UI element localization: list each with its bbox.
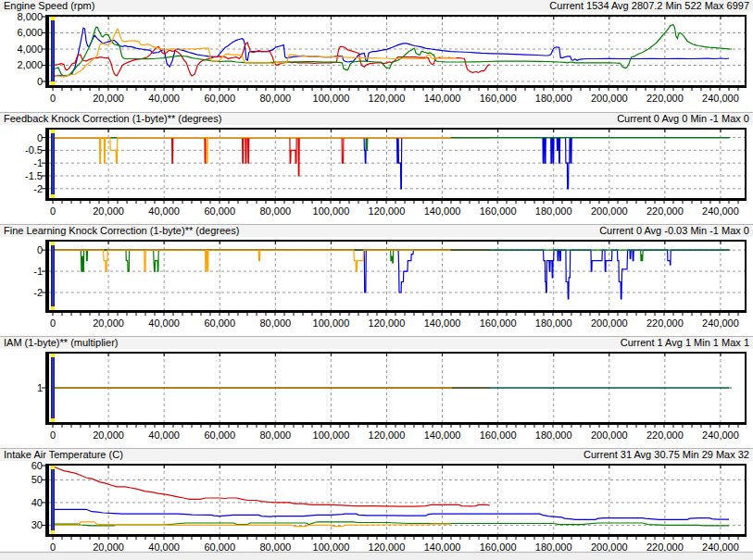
x-tick-label: 40,000 (148, 205, 180, 217)
x-tick-label: 160,000 (480, 93, 517, 104)
feedback-knock-plot[interactable]: 0-0.5-1-1.5-2020,00040,00060,00080,00010… (0, 125, 753, 225)
engine-speed-plot[interactable]: 8,0006,0004,0002,0000020,00040,00060,000… (0, 12, 753, 112)
y-tick-label: -1 (33, 157, 43, 168)
y-axis-line (45, 240, 49, 313)
log-graph-viewer: { "colors": { "blue": "#0000dd", "red": … (0, 0, 753, 560)
x-tick-label: 20,000 (93, 317, 124, 329)
x-tick-label: 220,000 (646, 429, 684, 441)
x-tick-label: 80,000 (259, 317, 291, 329)
chart-title: Fine Learning Knock Correction (1-byte)*… (4, 225, 239, 237)
x-tick-label: 40,000 (148, 317, 180, 329)
chart-panel-feedback-knock: Feedback Knock Correction (1-byte)** (de… (0, 112, 753, 224)
plot-border-top (45, 240, 747, 242)
plot-border-bottom (45, 422, 747, 425)
x-tick-label: 180,000 (535, 429, 572, 441)
x-tick-label: 0 (50, 205, 56, 217)
plot-border-bottom (45, 534, 747, 537)
x-tick-label: 200,000 (591, 205, 628, 217)
chart-title: Feedback Knock Correction (1-byte)** (de… (4, 113, 221, 125)
plot-border-top (45, 128, 747, 130)
x-tick-label: 40,000 (148, 429, 180, 441)
x-tick-label: 240,000 (702, 317, 739, 329)
x-tick-label: 140,000 (424, 429, 461, 441)
y-tick-label: 4,000 (17, 44, 43, 55)
x-tick-label: 120,000 (369, 429, 406, 441)
series-line-blue (53, 28, 729, 76)
plot-border-right (745, 352, 747, 425)
chart-title: Intake Air Temperature (C) (4, 449, 123, 461)
y-tick-label: 2,000 (17, 59, 43, 70)
x-tick-label: 220,000 (646, 317, 684, 329)
x-tick-label: 200,000 (591, 317, 628, 329)
x-tick-label: 0 (50, 429, 56, 441)
plot-border-right (745, 464, 747, 537)
plot-border-top (45, 464, 747, 466)
fine-learning-knock-plot[interactable]: 0-1-2020,00040,00060,00080,000100,000120… (0, 237, 753, 337)
cursor-marker[interactable] (51, 130, 55, 198)
x-tick-label: 0 (50, 317, 56, 329)
x-tick-label: 200,000 (591, 93, 628, 104)
iam-plot[interactable]: 1020,00040,00060,00080,000100,000120,000… (0, 349, 753, 449)
chart-title: IAM (1-byte)** (multiplier) (4, 337, 118, 349)
chart-title-bar: IAM (1-byte)** (multiplier) Current 1 Av… (0, 337, 753, 349)
cursor-marker[interactable] (51, 242, 55, 310)
y-tick-label: -2 (33, 287, 43, 298)
x-tick-label: 220,000 (646, 205, 684, 217)
cursor-marker[interactable] (51, 354, 55, 422)
y-tick-label: 50 (31, 474, 43, 485)
x-tick-label: 180,000 (535, 317, 572, 329)
chart-panel-intake-air-temp: Intake Air Temperature (C) Current 31 Av… (0, 448, 753, 560)
x-tick-label: 20,000 (93, 205, 124, 217)
plot-border-top (45, 352, 747, 354)
chart-title-bar: Feedback Knock Correction (1-byte)** (de… (0, 113, 753, 125)
y-axis-line (45, 464, 49, 537)
x-tick-label: 160,000 (480, 429, 517, 441)
y-tick-label: 40 (31, 497, 43, 508)
cursor-marker[interactable] (51, 466, 55, 534)
x-tick-label: 60,000 (204, 429, 235, 441)
y-tick-label: 6,000 (17, 27, 43, 38)
x-tick-label: 160,000 (480, 317, 517, 329)
x-tick-label: 120,000 (369, 317, 406, 329)
series-line-green (53, 250, 731, 271)
chart-title-bar: Fine Learning Knock Correction (1-byte)*… (0, 225, 753, 237)
series-line-green (53, 138, 731, 151)
x-tick-label: 180,000 (535, 205, 572, 217)
y-axis-line (45, 352, 49, 425)
x-tick-label: 240,000 (702, 93, 739, 104)
x-tick-label: 140,000 (424, 93, 461, 104)
series-line-red (53, 138, 490, 176)
x-tick-label: 80,000 (259, 205, 291, 217)
chart-title-bar: Engine Speed (rpm) Current 1534 Avg 2807… (0, 0, 753, 12)
chart-panel-fine-learning-knock: Fine Learning Knock Correction (1-byte)*… (0, 224, 753, 336)
x-tick-label: 180,000 (535, 93, 572, 104)
x-tick-label: 20,000 (93, 429, 124, 441)
cursor-marker[interactable] (51, 17, 55, 85)
chart-stats: Current 0 Avg 0 Min -1 Max 0 (617, 113, 749, 125)
chart-panel-engine-speed: Engine Speed (rpm) Current 1534 Avg 2807… (0, 0, 753, 112)
series-line-orange (53, 29, 457, 77)
chart-title-bar: Intake Air Temperature (C) Current 31 Av… (0, 449, 753, 461)
y-axis-line (45, 128, 49, 201)
chart-stats: Current 0 Avg -0.03 Min -1 Max 0 (599, 225, 749, 237)
x-tick-label: 100,000 (313, 93, 350, 104)
y-tick-label: -1.5 (25, 170, 43, 181)
plot-border-right (745, 15, 747, 88)
y-axis-line (45, 15, 49, 88)
y-tick-label: 30 (31, 519, 43, 530)
x-tick-label: 0 (50, 93, 56, 104)
plot-border-bottom (45, 310, 747, 313)
x-tick-label: 140,000 (424, 317, 461, 329)
intake-air-temp-plot[interactable]: 60504030020,00040,00060,00080,000100,000… (0, 461, 753, 560)
x-tick-label: 60,000 (204, 317, 235, 329)
x-tick-label: 160,000 (480, 205, 517, 217)
chart-panel-iam: IAM (1-byte)** (multiplier) Current 1 Av… (0, 336, 753, 448)
y-tick-label: -1 (33, 266, 43, 277)
x-tick-label: 20,000 (93, 93, 124, 104)
chart-stats: Current 31 Avg 30.75 Min 29 Max 32 (584, 449, 749, 461)
x-tick-label: 100,000 (313, 317, 350, 329)
y-tick-label: 0 (37, 244, 43, 255)
plot-border-bottom (45, 198, 747, 201)
y-tick-label: 0 (37, 132, 43, 143)
plot-border-right (745, 240, 747, 313)
